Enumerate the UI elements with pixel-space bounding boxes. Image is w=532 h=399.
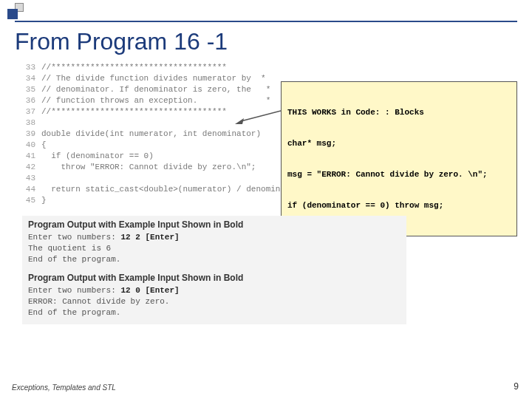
output-heading: Program Output with Example Input Shown …: [28, 219, 400, 231]
output-line: Enter two numbers: 12 2 [Enter]: [28, 232, 400, 243]
output-line: End of the program.: [28, 307, 400, 318]
output-heading: Program Output with Example Input Shown …: [28, 273, 400, 284]
code-text: //************************************: [41, 106, 227, 117]
footer-text: Exceptions, Templates and STL: [12, 383, 116, 392]
svg-line-0: [241, 111, 281, 121]
code-text: // denominator. If denominator is zero, …: [41, 84, 270, 95]
line-number: 33: [22, 62, 41, 73]
line-number: 41: [22, 151, 41, 162]
line-number: 43: [22, 173, 41, 184]
output-line: Enter two numbers: 12 0 [Enter]: [28, 285, 400, 296]
callout-line: if (denominator == 0) throw msg;: [287, 200, 511, 211]
line-number: 45: [22, 195, 41, 206]
output-line: End of the program.: [28, 254, 400, 265]
output-line: ERROR: Cannot divide by zero.: [28, 296, 400, 307]
line-number: 40: [22, 140, 41, 151]
callout-line: THIS WORKS in Code: : Blocks: [287, 107, 511, 117]
code-text: // The divide function divides numerator…: [41, 73, 266, 84]
code-text: }: [41, 195, 47, 206]
code-line: 33//************************************: [22, 62, 406, 73]
line-number: 37: [22, 106, 41, 117]
code-text: return static_cast<double>(numerator) / …: [41, 184, 304, 195]
code-text: throw "ERROR: Cannot divide by zero.\n";: [41, 162, 256, 173]
callout-box: THIS WORKS in Code: : Blocks char* msg; …: [281, 81, 517, 236]
page-number: 9: [514, 381, 519, 392]
line-number: 34: [22, 73, 41, 84]
callout-line: char* msg;: [287, 138, 511, 149]
output-line: The quotient is 6: [28, 243, 400, 254]
program-output-2: Program Output with Example Input Shown …: [22, 269, 406, 324]
svg-marker-1: [235, 118, 244, 124]
line-number: 36: [22, 95, 41, 106]
line-number: 39: [22, 129, 41, 140]
code-text: {: [41, 140, 47, 151]
slide-title: From Program 16 -1: [15, 28, 228, 55]
line-number: 42: [22, 162, 41, 173]
line-number: 44: [22, 184, 41, 195]
title-underline: [15, 21, 517, 22]
code-text: if (denominator == 0): [41, 151, 154, 162]
code-text: double divide(int numerator, int denomin…: [41, 129, 261, 140]
line-number: 38: [22, 117, 41, 129]
code-text: //************************************: [41, 62, 227, 73]
line-number: 35: [22, 84, 41, 95]
program-output-1: Program Output with Example Input Shown …: [22, 216, 406, 271]
callout-line: msg = "ERROR: Cannot divide by zero. \n"…: [287, 169, 511, 180]
callout-arrow-icon: [235, 102, 281, 117]
